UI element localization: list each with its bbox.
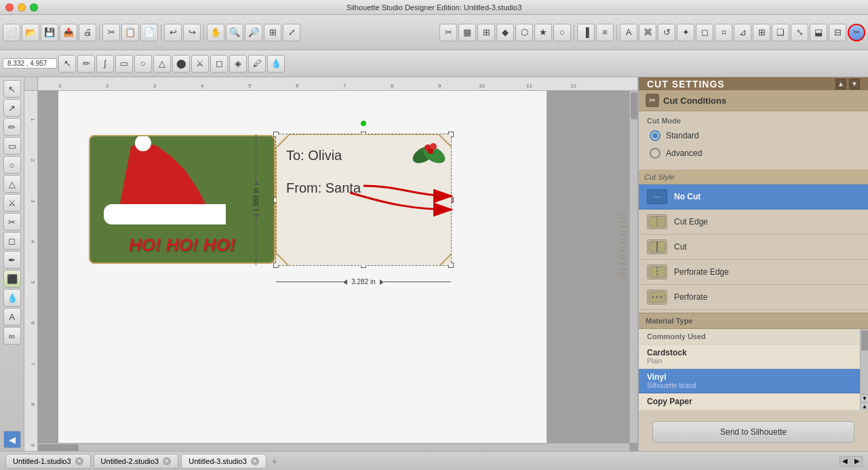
rect-shape-tool[interactable]: ▭: [3, 137, 21, 155]
history-button[interactable]: ↺: [658, 24, 675, 41]
cut-button[interactable]: ✂: [102, 24, 120, 41]
grid-button[interactable]: ⊞: [477, 24, 495, 41]
fullscreen-button[interactable]: ⤢: [283, 24, 300, 41]
eraser-button[interactable]: ◻: [696, 24, 713, 41]
nav-left-button[interactable]: ◀: [3, 431, 21, 448]
undo-button[interactable]: ↩: [164, 24, 182, 41]
white-arrow-tool[interactable]: ↗: [3, 99, 21, 117]
redo-button[interactable]: ↪: [183, 24, 201, 41]
bezier-tool[interactable]: ∫: [96, 55, 114, 73]
knife-left-tool[interactable]: ⚔: [3, 194, 21, 212]
save-button[interactable]: 💾: [41, 24, 58, 41]
zoom-in-button[interactable]: 🔍: [226, 24, 243, 41]
perforate-edge-option[interactable]: Perforate Edge: [639, 260, 868, 285]
tab-untitled-1[interactable]: Untitled-1.studio3 ✕: [5, 454, 91, 469]
knife-cut-tool[interactable]: ⚔: [191, 55, 209, 73]
material-scroll-down[interactable]: ▼: [861, 394, 868, 402]
open-button[interactable]: 📂: [22, 24, 39, 41]
weld-tool[interactable]: ∞: [3, 327, 21, 345]
scroll-right-button[interactable]: ▶: [852, 456, 863, 467]
blade-icon-button[interactable]: ✂: [439, 24, 457, 41]
text-button[interactable]: A: [620, 24, 637, 41]
cardstock-option[interactable]: Cardstock Plain: [639, 345, 868, 369]
cut-edge-option[interactable]: Cut Edge: [639, 210, 868, 235]
vinyl-option[interactable]: Vinyl Silhouette brand: [639, 369, 868, 393]
material-scrollbar[interactable]: ▼ ▲: [860, 329, 868, 410]
horizontal-scrollbar[interactable]: [38, 443, 629, 451]
align-button[interactable]: ⊞: [753, 24, 770, 41]
star-button[interactable]: ★: [534, 24, 552, 41]
pen-left-tool[interactable]: ✒: [3, 251, 21, 269]
scroll-left-button[interactable]: ◀: [840, 456, 850, 467]
minimize-button[interactable]: [18, 3, 26, 12]
canvas-area[interactable]: 1 2 3 4 5 6 7 8 9 10 11 12 1 2 3 4 5 6 7…: [24, 77, 637, 451]
export-button[interactable]: 📤: [60, 24, 77, 41]
library-button[interactable]: ⊟: [829, 24, 846, 41]
material-scroll-thumb[interactable]: [861, 330, 868, 351]
poly-tool[interactable]: △: [153, 55, 171, 73]
paste-button[interactable]: 📄: [140, 24, 158, 41]
zoom-out-button[interactable]: 🔎: [245, 24, 262, 41]
scissors-tool[interactable]: ✂: [3, 213, 21, 231]
draw-line-tool[interactable]: ✏: [3, 118, 21, 136]
tab-3-close[interactable]: ✕: [251, 457, 259, 465]
close-button[interactable]: [5, 3, 14, 12]
collapse-button[interactable]: ▲: [835, 79, 846, 90]
rect-tool[interactable]: ▭: [115, 55, 133, 73]
fill-tool[interactable]: ⬤: [172, 55, 190, 73]
print-button[interactable]: 🖨: [79, 24, 96, 41]
tab-2-close[interactable]: ✕: [163, 457, 171, 465]
rotation-handle[interactable]: [361, 121, 366, 126]
draw-tool[interactable]: ✏: [77, 55, 95, 73]
vertical-scrollbar[interactable]: [629, 91, 637, 443]
vertical-scroll-thumb[interactable]: [631, 92, 637, 119]
eyedropper-tool[interactable]: 💧: [3, 289, 21, 307]
eyedrop-tool[interactable]: 💧: [267, 55, 285, 73]
cut-settings-button[interactable]: ✂: [848, 24, 865, 41]
standard-radio[interactable]: Standard: [647, 129, 860, 142]
cut-option[interactable]: Cut: [639, 235, 868, 260]
polygon-shape-tool[interactable]: △: [3, 175, 21, 193]
circle-button[interactable]: ○: [553, 24, 571, 41]
no-cut-option[interactable]: — No Cut: [639, 184, 868, 210]
new-button[interactable]: ⬜: [3, 24, 20, 41]
advanced-radio[interactable]: Advanced: [647, 146, 860, 160]
marker-tool[interactable]: ⬛: [3, 270, 21, 288]
shape-button[interactable]: ◆: [496, 24, 514, 41]
erase-tool[interactable]: ◻: [210, 55, 228, 73]
color-button[interactable]: ▐: [577, 24, 595, 41]
expand-button[interactable]: ▼: [849, 79, 860, 90]
lines-button[interactable]: ≡: [596, 24, 614, 41]
text-left-tool[interactable]: A: [3, 308, 21, 326]
polygon-button[interactable]: ⬡: [515, 24, 533, 41]
material-scroll-up[interactable]: ▲: [861, 402, 868, 410]
trace-button[interactable]: ⌘: [639, 24, 656, 41]
maximize-button[interactable]: [30, 3, 38, 12]
measure-button[interactable]: ⊿: [734, 24, 751, 41]
copy-button[interactable]: 📋: [121, 24, 139, 41]
eraser-left-tool[interactable]: ◻: [3, 232, 21, 250]
tab-1-close[interactable]: ✕: [75, 457, 83, 465]
pointer-tool[interactable]: ↖: [3, 80, 21, 98]
layers-button[interactable]: ⬓: [810, 24, 827, 41]
horizontal-scroll-thumb[interactable]: [38, 444, 79, 451]
select-tool[interactable]: ↖: [58, 55, 76, 73]
pen-tool[interactable]: 🖊: [248, 55, 266, 73]
tab-untitled-2[interactable]: Untitled-2.studio3 ✕: [94, 454, 179, 469]
nodes-button[interactable]: ✦: [677, 24, 694, 41]
knife-button[interactable]: ⌗: [715, 24, 732, 41]
media-type-button[interactable]: ▦: [458, 24, 476, 41]
fit-page-button[interactable]: ⊞: [264, 24, 281, 41]
new-tab-button[interactable]: +: [272, 456, 277, 467]
card-right-container[interactable]: To: Olivia From: Santa: [275, 134, 452, 266]
tab-untitled-3[interactable]: Untitled-3.studio3 ✕: [181, 454, 267, 469]
circle-shape-tool[interactable]: ○: [3, 156, 21, 174]
pan-button[interactable]: ✋: [207, 24, 224, 41]
transform-button[interactable]: ⤡: [791, 24, 808, 41]
stamp-tool[interactable]: ◈: [229, 55, 247, 73]
card-left[interactable]: HO! HO! HO!: [89, 135, 275, 264]
perforate-option[interactable]: Perforate: [639, 285, 868, 310]
ellipse-tool[interactable]: ○: [134, 55, 152, 73]
replicate-button[interactable]: ❏: [772, 24, 789, 41]
copy-paper-option[interactable]: Copy Paper: [639, 393, 868, 410]
